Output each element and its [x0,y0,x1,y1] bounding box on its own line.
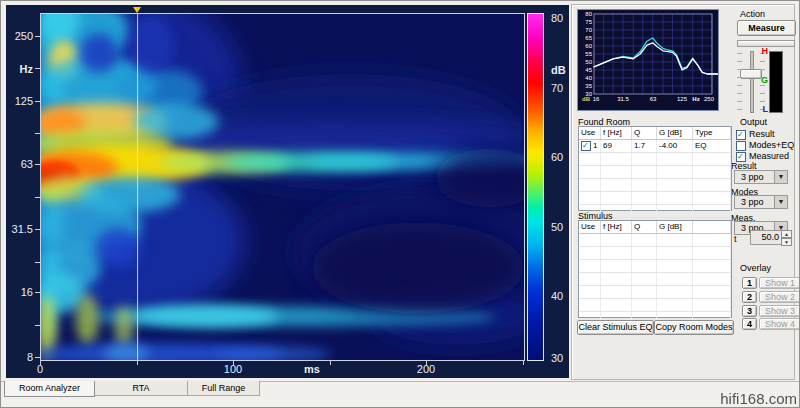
row-f: 69 [601,140,632,152]
slider-tick [760,61,765,62]
spinner-up-icon[interactable]: ▲ [781,230,792,238]
col-q: Q [632,221,657,233]
row-use-checkbox[interactable] [581,141,591,151]
minigraph-y-tick: 45 [578,67,592,73]
result-dropdown-value: 3 ppo [735,171,774,183]
slider-tick [737,77,742,78]
axis-tick [523,360,524,365]
axis-tick [137,360,138,365]
axis-tick [35,292,40,293]
y-tick-8: 8 [6,351,33,363]
overlay-show-1-button[interactable]: Show 1 [759,277,800,289]
y-tick-250: 250 [6,30,33,42]
slider-tick [737,109,742,110]
overlay-3-button[interactable]: 3 [742,305,757,317]
slider-tick [737,69,742,70]
axis-tick [426,360,427,365]
minigraph-x-31-5: 31.5 [617,96,629,102]
chevron-down-icon[interactable]: ▼ [774,171,787,183]
tab-room-analyzer[interactable]: Room Analyzer [4,381,95,397]
modes-eq-checkbox-label: Modes+EQ [749,140,794,151]
minigraph-hz-unit: Hz [692,96,699,102]
cb-tick-80: 80 [551,12,573,24]
t-value-field[interactable]: 50.0 [750,230,783,245]
control-panel: 8075706560555045403530 dB 16 31.5 63 125… [571,4,795,380]
t-field-label: t [734,234,737,244]
tab-rta[interactable]: RTA [94,381,188,396]
level-meter [769,51,783,113]
modes-eq-checkbox[interactable] [736,141,746,151]
measure-button[interactable]: Measure [737,20,796,36]
stimulus-table: Use f [Hz] Q G [dB] [578,220,732,318]
overlay-show-4-button[interactable]: Show 4 [759,318,800,330]
result-dropdown[interactable]: 3 ppo ▼ [734,170,788,184]
axis-tick [330,360,331,365]
overlay-4-button[interactable]: 4 [742,318,757,330]
col-use: Use [579,221,601,233]
axis-tick [35,262,40,263]
minigraph-y-tick: 75 [578,19,592,25]
found-room-table: Use f [Hz] Q G [dB] Type 1 69 1.7 -4.00 … [578,126,732,211]
cb-tick-40: 40 [551,290,573,302]
table-row [579,192,731,205]
minigraph-y-tick: 60 [578,43,592,49]
spectrogram-plot[interactable] [40,13,525,361]
app-window: 250 Hz 125 63 31.5 16 8 0 100 ms 200 80 [0,0,800,408]
found-room-header: Use f [Hz] Q G [dB] Type [579,127,731,140]
slider-tick [737,53,742,54]
overlay-section-title: Overlay [740,263,771,273]
modes-eq-checkbox-row[interactable]: Modes+EQ [736,140,794,151]
axis-tick [35,36,40,37]
table-row [579,234,731,247]
t-spinner[interactable]: ▲ ▼ [781,230,792,245]
overlay-show-2-button[interactable]: Show 2 [759,291,800,303]
table-row [579,166,731,179]
cb-tick-30: 30 [551,352,573,364]
slider-tick [737,85,742,86]
modes-dropdown[interactable]: 3 ppo ▼ [734,195,788,209]
clear-stimulus-eq-button[interactable]: Clear Stimulus EQ [577,320,654,335]
axis-tick [35,229,40,230]
table-row[interactable]: 1 69 1.7 -4.00 EQ [579,140,731,153]
colorbar-unit-label: dB [551,64,573,76]
slider-tick [760,101,765,102]
result-checkbox[interactable] [736,130,746,140]
axis-tick [35,133,40,134]
slider-track[interactable] [750,51,754,113]
y-axis-label: Hz [6,63,33,75]
x-axis-label: ms [292,363,332,375]
axis-tick [35,197,40,198]
row-q: 1.7 [632,140,657,152]
copy-room-modes-button[interactable]: Copy Room Modes [654,320,734,335]
minigraph-y-tick: 70 [578,27,592,33]
minigraph-y-tick: 80 [578,11,592,17]
axis-tick [40,360,41,365]
stimulus-header: Use f [Hz] Q G [dB] [579,221,731,234]
table-row [579,153,731,166]
overlay-2-button[interactable]: 2 [742,291,757,303]
col-g-db: G [dB] [657,221,693,233]
minigraph-y-tick: 35 [578,83,592,89]
output-section-title: Output [740,117,767,127]
y-tick-16: 16 [6,286,33,298]
result-checkbox-row[interactable]: Result [736,129,775,140]
row-use-cell[interactable]: 1 [579,140,601,152]
minigraph-x-250: 250 [704,96,714,102]
slider-tick [737,93,742,94]
cb-tick-70: 70 [551,82,573,94]
y-tick-31-5: 31.5 [6,223,33,235]
chevron-down-icon[interactable]: ▼ [774,196,787,208]
meter-mid-label: G [759,75,768,85]
table-row [579,247,731,260]
overlay-1-button[interactable]: 1 [742,277,757,289]
table-row [579,260,731,273]
table-row [579,299,731,312]
tab-full-range[interactable]: Full Range [187,381,260,396]
col-use: Use [579,127,601,139]
minigraph-y-tick: 50 [578,59,592,65]
minigraph-plot [578,10,718,110]
minigraph-x-125: 125 [677,96,687,102]
overlay-show-3-button[interactable]: Show 3 [759,305,800,317]
colorbar [527,13,544,361]
spinner-down-icon[interactable]: ▼ [781,238,792,246]
